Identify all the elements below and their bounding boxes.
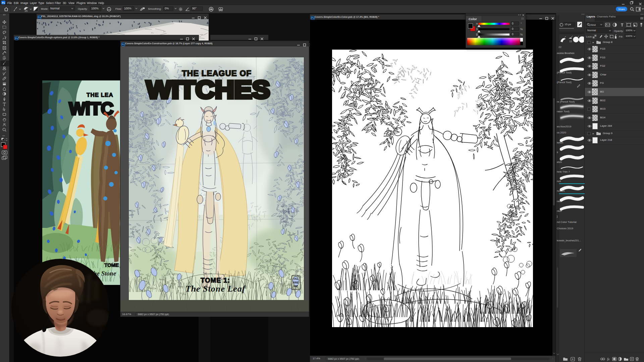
svg-text:Ps: Ps xyxy=(38,16,41,18)
svg-text:TAL: TAL xyxy=(293,277,299,281)
svg-text:Ps: Ps xyxy=(312,17,314,19)
svg-text:WITCHES: WITCHES xyxy=(146,76,270,104)
svg-text:NIE: NIE xyxy=(293,285,299,288)
svg-text:Ps: Ps xyxy=(15,37,18,40)
svg-text:TOME 1:: TOME 1: xyxy=(201,277,230,284)
svg-text:Ps: Ps xyxy=(122,43,125,46)
svg-text:T: T xyxy=(621,23,624,27)
svg-text:fx: fx xyxy=(607,357,610,361)
svg-text:RRE: RRE xyxy=(293,281,299,284)
svg-text:THE LEA: THE LEA xyxy=(87,92,113,98)
svg-text:The Stone Leaf: The Stone Leaf xyxy=(185,284,246,294)
svg-text:15: 15 xyxy=(569,40,572,43)
svg-text:Ps: Ps xyxy=(2,2,5,4)
